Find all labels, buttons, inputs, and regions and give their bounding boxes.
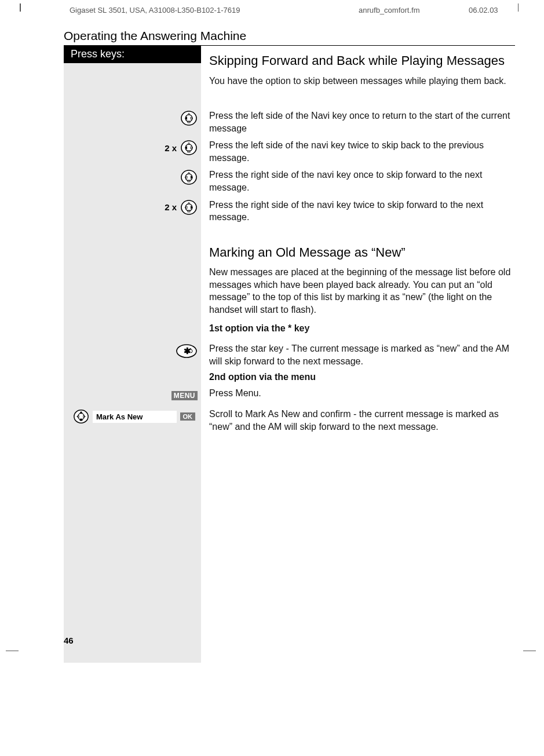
svg-text:✱: ✱ [184, 346, 191, 356]
navi-key-right-icon [180, 169, 198, 186]
crop-mark [523, 651, 536, 652]
crop-mark [518, 3, 519, 12]
heading-marking: Marking an Old Message as “New” [209, 244, 515, 261]
heading-skipping: Skipping Forward and Back while Playing … [209, 53, 515, 69]
navi-key-left-icon [180, 109, 198, 127]
mark-as-new-text: Scroll to Mark As New and confirm - the … [201, 408, 515, 433]
press-keys-label: Press keys: [64, 46, 201, 63]
menu-softkey-icon: MENU [171, 391, 198, 400]
section-title: Operating the Answering Machine [64, 29, 515, 43]
star-key-icon: ✱ [176, 344, 198, 359]
running-header: Gigaset SL 3501, USA, A31008-L350-B102-1… [70, 6, 515, 14]
skip-right-twice-text: Press the right side of the navi key twi… [201, 199, 515, 224]
navi-key-scroll-icon [73, 408, 89, 425]
navi-key-right-icon [180, 199, 198, 216]
crop-mark [6, 651, 19, 652]
option2-label: 2nd option via the menu [209, 371, 515, 384]
navi-key-left-icon [180, 139, 198, 156]
intro-skipping: You have the option to skip between mess… [209, 75, 515, 87]
option1-label: 1st option via the * key [209, 322, 515, 335]
header-date: 06.02.03 [469, 6, 515, 14]
skip-left-once-text: Press the left side of the Navi key once… [201, 109, 515, 134]
mark-as-new-display: Mark As New [93, 411, 177, 423]
header-file: anrufb_comfort.fm [359, 6, 469, 14]
twice-prefix: 2 x [165, 143, 177, 153]
crop-mark [20, 3, 21, 12]
skip-left-twice-text: Press the left side of the navi key twic… [201, 139, 515, 164]
option1-text: Press the star key - The current message… [201, 342, 515, 367]
svg-point-26 [190, 348, 191, 349]
ok-softkey-icon: OK [180, 412, 196, 421]
twice-prefix: 2 x [165, 202, 177, 212]
header-product: Gigaset SL 3501, USA, A31008-L350-B102-1… [70, 6, 359, 14]
intro-marking: New messages are placed at the beginning… [209, 266, 515, 316]
skip-right-once-text: Press the right side of the navi key onc… [201, 169, 515, 193]
svg-rect-30 [80, 419, 83, 421]
press-menu-text: Press Menu. [201, 387, 515, 400]
